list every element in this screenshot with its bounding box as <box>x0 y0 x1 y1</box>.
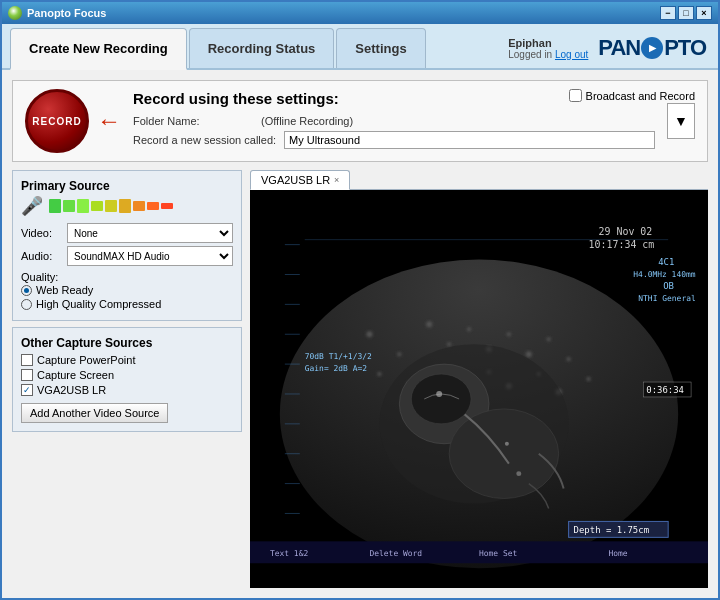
login-status: Logged in Log out <box>508 49 588 60</box>
svg-point-20 <box>587 377 591 381</box>
primary-source-title: Primary Source <box>21 179 233 193</box>
tab-bar: Create New Recording Recording Status Se… <box>2 24 718 70</box>
svg-point-9 <box>526 351 532 357</box>
svg-point-26 <box>505 442 509 446</box>
video-select[interactable]: None <box>67 223 233 243</box>
header-logo-area: Epiphan Logged in Log out PAN ▶ PTO <box>496 28 718 68</box>
capture-screen-checkbox[interactable] <box>21 369 33 381</box>
svg-text:70dB T1/+1/3/2: 70dB T1/+1/3/2 <box>305 352 372 361</box>
window-title: Panopto Focus <box>27 7 660 19</box>
logout-link[interactable]: Log out <box>555 49 588 60</box>
quality-section: Quality: Web Ready High Quality Compress… <box>21 270 233 310</box>
record-button[interactable]: RECORD <box>25 89 89 153</box>
quality-web-ready-label: Web Ready <box>36 284 93 296</box>
primary-source-section: Primary Source 🎤 Video: <box>12 170 242 321</box>
svg-point-12 <box>377 372 381 376</box>
audio-field-row: Audio: SoundMAX HD Audio <box>21 246 233 266</box>
preview-tabs: VGA2USB LR × <box>250 170 708 190</box>
right-panel: VGA2USB LR × <box>250 170 708 588</box>
svg-text:Delete Word: Delete Word <box>369 549 422 558</box>
folder-row: Folder Name: (Offline Recording) <box>133 115 655 127</box>
quality-hq-row: High Quality Compressed <box>21 298 233 310</box>
quality-hq-radio[interactable] <box>21 299 32 310</box>
svg-point-5 <box>447 342 451 346</box>
app-window: Panopto Focus − □ × Create New Recording… <box>0 0 720 600</box>
svg-point-8 <box>507 332 511 336</box>
meter-bar-7 <box>133 201 145 211</box>
capture-powerpoint-label: Capture PowerPoint <box>37 354 135 366</box>
tab-settings[interactable]: Settings <box>336 28 425 68</box>
vga2usb-lr-label: VGA2USB LR <box>37 384 106 396</box>
audio-meter: 🎤 <box>21 197 233 215</box>
svg-point-11 <box>567 357 571 361</box>
folder-dropdown-button[interactable]: ▼ <box>667 103 695 139</box>
svg-point-10 <box>547 337 551 341</box>
meter-bar-6 <box>119 199 131 213</box>
svg-text:Home Set: Home Set <box>479 549 517 558</box>
session-row: Record a new session called: <box>133 131 655 149</box>
meter-bar-8 <box>147 202 159 210</box>
ultrasound-display: 29 Nov 02 10:17:34 cm 4C1 H4.0MHz 140mm … <box>250 190 708 588</box>
capture-powerpoint-checkbox[interactable] <box>21 354 33 366</box>
left-panel: Primary Source 🎤 Video: <box>12 170 242 588</box>
quality-hq-label: High Quality Compressed <box>36 298 161 310</box>
broadcast-label: Broadcast and Record <box>586 90 695 102</box>
svg-text:Text 1&2: Text 1&2 <box>270 549 309 558</box>
video-label: Video: <box>21 227 61 239</box>
quality-label: Quality: <box>21 271 58 283</box>
maximize-button[interactable]: □ <box>678 6 694 20</box>
meter-bar-4 <box>91 201 103 211</box>
two-column-layout: Primary Source 🎤 Video: <box>12 170 708 588</box>
epiphan-label: Epiphan <box>508 37 588 49</box>
record-area: RECORD ← Record using these settings: Fo… <box>12 80 708 162</box>
close-tab-icon[interactable]: × <box>334 175 339 185</box>
title-bar: Panopto Focus − □ × <box>2 2 718 24</box>
svg-point-25 <box>436 391 442 397</box>
tab-create-recording[interactable]: Create New Recording <box>10 28 187 70</box>
folder-label: Folder Name: <box>133 115 253 127</box>
svg-text:4C1: 4C1 <box>658 257 674 267</box>
svg-point-4 <box>426 321 432 327</box>
record-arrow-icon: ← <box>97 107 121 135</box>
session-label: Record a new session called: <box>133 134 276 146</box>
panopto-logo: PAN ▶ PTO <box>598 35 706 61</box>
svg-text:10:17:34 cm: 10:17:34 cm <box>589 239 655 250</box>
svg-text:Gain= 2dB A=2: Gain= 2dB A=2 <box>305 364 367 373</box>
app-icon <box>8 6 22 20</box>
quality-web-ready-row: Web Ready <box>21 284 233 296</box>
meter-bar-5 <box>105 200 117 212</box>
svg-text:0:36:34: 0:36:34 <box>646 385 684 395</box>
meter-bar-2 <box>63 200 75 212</box>
close-button[interactable]: × <box>696 6 712 20</box>
preview-tab-label: VGA2USB LR <box>261 174 330 186</box>
other-sources-section: Other Capture Sources Capture PowerPoint… <box>12 327 242 432</box>
svg-point-23 <box>449 409 559 499</box>
minimize-button[interactable]: − <box>660 6 676 20</box>
preview-tab-vga[interactable]: VGA2USB LR × <box>250 170 350 190</box>
svg-text:H4.0MHz 140mm: H4.0MHz 140mm <box>633 270 695 279</box>
svg-text:29 Nov 02: 29 Nov 02 <box>598 226 652 237</box>
quality-web-ready-radio[interactable] <box>21 285 32 296</box>
session-name-input[interactable] <box>284 131 655 149</box>
folder-value: (Offline Recording) <box>261 115 353 127</box>
other-sources-title: Other Capture Sources <box>21 336 233 350</box>
meter-bar-9 <box>161 203 173 209</box>
tab-recording-status[interactable]: Recording Status <box>189 28 335 68</box>
capture-powerpoint-row: Capture PowerPoint <box>21 354 233 366</box>
meter-bar-1 <box>49 199 61 213</box>
window-controls: − □ × <box>660 6 712 20</box>
vga2usb-lr-row: ✓ VGA2USB LR <box>21 384 233 396</box>
ultrasound-image: 29 Nov 02 10:17:34 cm 4C1 H4.0MHz 140mm … <box>250 190 708 588</box>
svg-point-27 <box>516 471 521 476</box>
svg-text:Home: Home <box>608 549 627 558</box>
meter-bar-3 <box>77 199 89 213</box>
logo-circle-icon: ▶ <box>641 37 663 59</box>
audio-select[interactable]: SoundMAX HD Audio <box>67 246 233 266</box>
add-source-button[interactable]: Add Another Video Source <box>21 403 168 423</box>
svg-text:NTHI General: NTHI General <box>638 294 696 303</box>
microphone-icon: 🎤 <box>21 195 43 217</box>
svg-text:Depth = 1.75cm: Depth = 1.75cm <box>574 525 649 535</box>
svg-text:OB: OB <box>663 281 674 291</box>
broadcast-checkbox[interactable] <box>569 89 582 102</box>
vga2usb-lr-checkbox[interactable]: ✓ <box>21 384 33 396</box>
